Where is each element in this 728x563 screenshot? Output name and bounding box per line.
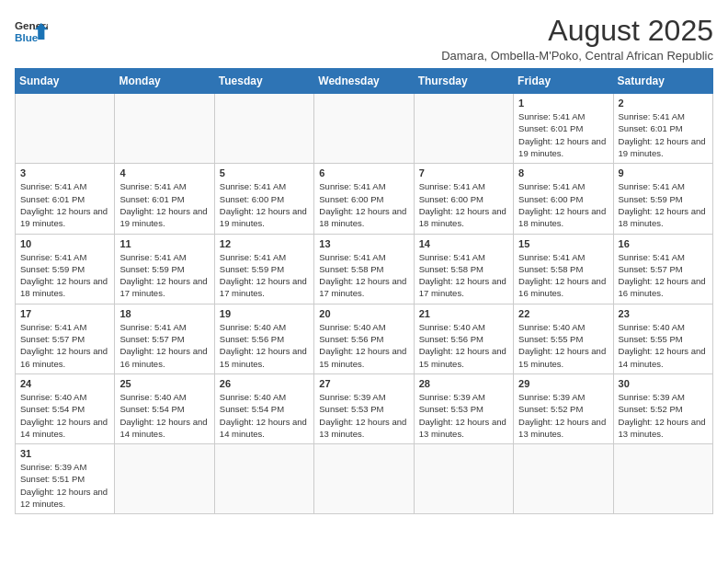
day-number: 23 — [619, 308, 708, 319]
col-wednesday: Wednesday — [314, 69, 414, 94]
calendar-title-area: August 2025 Damara, Ombella-M'Poko, Cent… — [441, 15, 713, 63]
day-number: 26 — [220, 378, 309, 389]
day-number: 15 — [518, 238, 608, 249]
day-number: 3 — [20, 167, 109, 178]
day-number: 21 — [419, 308, 508, 319]
table-row — [414, 444, 513, 514]
day-info: Sunrise: 5:40 AM Sunset: 5:56 PM Dayligh… — [220, 321, 309, 370]
svg-text:Blue: Blue — [15, 31, 39, 43]
table-row — [214, 94, 313, 164]
day-info: Sunrise: 5:40 AM Sunset: 5:54 PM Dayligh… — [20, 391, 109, 440]
table-row: 12Sunrise: 5:41 AM Sunset: 5:59 PM Dayli… — [214, 234, 313, 304]
day-number: 2 — [619, 98, 708, 109]
table-row — [115, 94, 214, 164]
day-info: Sunrise: 5:39 AM Sunset: 5:53 PM Dayligh… — [419, 391, 508, 440]
day-info: Sunrise: 5:41 AM Sunset: 6:00 PM Dayligh… — [419, 180, 508, 229]
day-number: 17 — [20, 308, 109, 319]
col-monday: Monday — [115, 69, 214, 94]
table-row: 9Sunrise: 5:41 AM Sunset: 5:59 PM Daylig… — [613, 164, 712, 234]
day-number: 18 — [119, 308, 209, 319]
col-tuesday: Tuesday — [214, 69, 313, 94]
day-info: Sunrise: 5:39 AM Sunset: 5:52 PM Dayligh… — [518, 391, 608, 440]
calendar-table: Sunday Monday Tuesday Wednesday Thursday… — [15, 68, 713, 514]
table-row: 31Sunrise: 5:39 AM Sunset: 5:51 PM Dayli… — [16, 444, 115, 514]
day-info: Sunrise: 5:40 AM Sunset: 5:56 PM Dayligh… — [419, 321, 508, 370]
calendar-header-row: Sunday Monday Tuesday Wednesday Thursday… — [16, 69, 713, 94]
table-row: 17Sunrise: 5:41 AM Sunset: 5:57 PM Dayli… — [16, 304, 115, 373]
day-info: Sunrise: 5:40 AM Sunset: 5:54 PM Dayligh… — [220, 391, 309, 440]
table-row — [514, 444, 613, 514]
table-row: 19Sunrise: 5:40 AM Sunset: 5:56 PM Dayli… — [214, 304, 313, 373]
table-row: 2Sunrise: 5:41 AM Sunset: 6:01 PM Daylig… — [613, 94, 712, 164]
day-number: 20 — [319, 308, 408, 319]
day-number: 14 — [419, 238, 508, 249]
day-number: 4 — [119, 167, 209, 178]
day-info: Sunrise: 5:41 AM Sunset: 5:57 PM Dayligh… — [20, 321, 109, 370]
day-info: Sunrise: 5:41 AM Sunset: 5:58 PM Dayligh… — [319, 251, 408, 300]
logo: General Blue — [15, 15, 48, 48]
day-info: Sunrise: 5:41 AM Sunset: 5:59 PM Dayligh… — [20, 251, 109, 300]
table-row: 20Sunrise: 5:40 AM Sunset: 5:56 PM Dayli… — [314, 304, 414, 373]
table-row: 14Sunrise: 5:41 AM Sunset: 5:58 PM Dayli… — [414, 234, 513, 304]
table-row: 6Sunrise: 5:41 AM Sunset: 6:00 PM Daylig… — [314, 164, 414, 234]
table-row: 5Sunrise: 5:41 AM Sunset: 6:00 PM Daylig… — [214, 164, 313, 234]
col-sunday: Sunday — [16, 69, 115, 94]
day-info: Sunrise: 5:41 AM Sunset: 5:59 PM Dayligh… — [220, 251, 309, 300]
day-number: 27 — [319, 378, 408, 389]
day-number: 8 — [518, 167, 608, 178]
table-row: 7Sunrise: 5:41 AM Sunset: 6:00 PM Daylig… — [414, 164, 513, 234]
day-info: Sunrise: 5:40 AM Sunset: 5:54 PM Dayligh… — [119, 391, 209, 440]
day-number: 25 — [119, 378, 209, 389]
table-row — [613, 444, 712, 514]
table-row — [16, 94, 115, 164]
table-row: 16Sunrise: 5:41 AM Sunset: 5:57 PM Dayli… — [613, 234, 712, 304]
day-number: 13 — [319, 238, 408, 249]
table-row: 24Sunrise: 5:40 AM Sunset: 5:54 PM Dayli… — [16, 373, 115, 443]
table-row: 29Sunrise: 5:39 AM Sunset: 5:52 PM Dayli… — [514, 373, 613, 443]
day-info: Sunrise: 5:39 AM Sunset: 5:53 PM Dayligh… — [319, 391, 408, 440]
day-info: Sunrise: 5:41 AM Sunset: 6:00 PM Dayligh… — [220, 180, 309, 229]
table-row: 11Sunrise: 5:41 AM Sunset: 5:59 PM Dayli… — [115, 234, 214, 304]
col-saturday: Saturday — [613, 69, 712, 94]
table-row: 21Sunrise: 5:40 AM Sunset: 5:56 PM Dayli… — [414, 304, 513, 373]
day-number: 31 — [20, 448, 109, 459]
day-info: Sunrise: 5:41 AM Sunset: 6:01 PM Dayligh… — [619, 110, 708, 159]
table-row: 18Sunrise: 5:41 AM Sunset: 5:57 PM Dayli… — [115, 304, 214, 373]
table-row — [115, 444, 214, 514]
day-info: Sunrise: 5:41 AM Sunset: 5:57 PM Dayligh… — [119, 321, 209, 370]
day-number: 6 — [319, 167, 408, 178]
day-info: Sunrise: 5:41 AM Sunset: 5:59 PM Dayligh… — [619, 180, 708, 229]
calendar-week-1: 1Sunrise: 5:41 AM Sunset: 6:01 PM Daylig… — [16, 94, 713, 164]
table-row — [314, 444, 414, 514]
day-number: 9 — [619, 167, 708, 178]
table-row: 27Sunrise: 5:39 AM Sunset: 5:53 PM Dayli… — [314, 373, 414, 443]
day-info: Sunrise: 5:40 AM Sunset: 5:56 PM Dayligh… — [319, 321, 408, 370]
day-info: Sunrise: 5:41 AM Sunset: 6:01 PM Dayligh… — [518, 110, 608, 159]
month-year-title: August 2025 — [441, 15, 713, 47]
day-number: 19 — [220, 308, 309, 319]
day-number: 16 — [619, 238, 708, 249]
day-info: Sunrise: 5:39 AM Sunset: 5:52 PM Dayligh… — [619, 391, 708, 440]
table-row — [314, 94, 414, 164]
day-info: Sunrise: 5:41 AM Sunset: 5:58 PM Dayligh… — [518, 251, 608, 300]
col-friday: Friday — [514, 69, 613, 94]
day-info: Sunrise: 5:40 AM Sunset: 5:55 PM Dayligh… — [619, 321, 708, 370]
day-number: 7 — [419, 167, 508, 178]
day-number: 22 — [518, 308, 608, 319]
table-row — [214, 444, 313, 514]
col-thursday: Thursday — [414, 69, 513, 94]
day-info: Sunrise: 5:40 AM Sunset: 5:55 PM Dayligh… — [518, 321, 608, 370]
table-row: 8Sunrise: 5:41 AM Sunset: 6:00 PM Daylig… — [514, 164, 613, 234]
table-row — [414, 94, 513, 164]
calendar-week-5: 24Sunrise: 5:40 AM Sunset: 5:54 PM Dayli… — [16, 373, 713, 443]
day-info: Sunrise: 5:39 AM Sunset: 5:51 PM Dayligh… — [20, 461, 109, 510]
day-number: 29 — [518, 378, 608, 389]
day-number: 11 — [119, 238, 209, 249]
day-number: 12 — [220, 238, 309, 249]
day-number: 1 — [518, 98, 608, 109]
calendar-week-4: 17Sunrise: 5:41 AM Sunset: 5:57 PM Dayli… — [16, 304, 713, 373]
day-number: 24 — [20, 378, 109, 389]
day-info: Sunrise: 5:41 AM Sunset: 6:01 PM Dayligh… — [20, 180, 109, 229]
day-info: Sunrise: 5:41 AM Sunset: 6:00 PM Dayligh… — [319, 180, 408, 229]
calendar-week-6: 31Sunrise: 5:39 AM Sunset: 5:51 PM Dayli… — [16, 444, 713, 514]
